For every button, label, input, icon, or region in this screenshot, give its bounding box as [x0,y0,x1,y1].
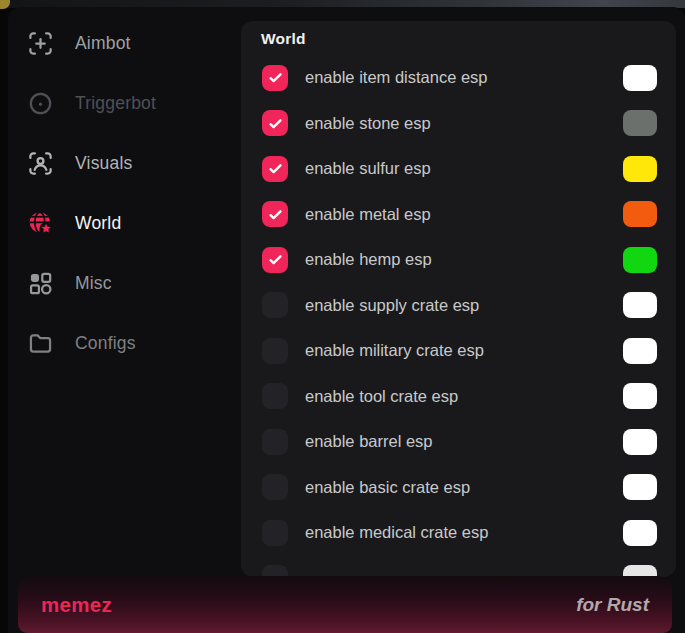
aimbot-scan-icon [27,30,54,57]
table-row: enable sulfur esp [241,146,676,192]
color-swatch[interactable] [623,474,657,500]
checkbox[interactable] [262,383,288,409]
setting-label: enable supply crate esp [305,296,623,315]
settings-list: enable item distance espenable stone esp… [241,55,676,577]
visuals-user-scan-icon [27,150,54,177]
color-swatch[interactable] [623,429,657,455]
sidebar-item-label: Misc [75,273,112,294]
check-icon [267,251,284,268]
color-swatch[interactable] [623,201,657,227]
color-swatch[interactable] [623,383,657,409]
configs-folder-icon [27,330,54,357]
check-icon [267,69,284,86]
table-row: enable barrel esp [241,419,676,465]
color-swatch[interactable] [623,520,657,546]
table-row: enable medical crate esp [241,510,676,556]
checkbox[interactable] [262,520,288,546]
panel-title: World [261,30,306,48]
table-row: enable military crate esp [241,328,676,374]
sidebar-item-label: Visuals [75,153,133,174]
check-icon [267,206,284,223]
world-settings-panel: World enable item distance espenable sto… [241,21,676,577]
setting-label: enable sulfur esp [305,159,623,178]
sidebar-nav: AimbotTriggerbotVisualsWorldMiscConfigs [8,13,233,373]
sidebar-item-visuals[interactable]: Visuals [8,133,233,193]
checkbox[interactable] [262,292,288,318]
sidebar-item-triggerbot[interactable]: Triggerbot [8,73,233,133]
setting-label: enable barrel esp [305,432,623,451]
misc-grid-icon [27,270,54,297]
table-row: enable hemp esp [241,237,676,283]
sidebar-item-label: Configs [75,333,136,354]
color-swatch[interactable] [623,338,657,364]
footer-bar: memez for Rust [18,576,672,633]
screen: AimbotTriggerbotVisualsWorldMiscConfigs … [0,0,685,633]
color-swatch[interactable] [623,292,657,318]
checkbox[interactable] [262,201,288,227]
sidebar-item-label: World [75,213,121,234]
setting-label: enable metal esp [305,205,623,224]
setting-label: enable item distance esp [305,68,623,87]
cheat-menu-window: AimbotTriggerbotVisualsWorldMiscConfigs … [8,7,685,633]
sidebar-item-label: Triggerbot [75,93,156,114]
table-row: enable item distance esp [241,55,676,101]
color-swatch[interactable] [623,156,657,182]
setting-label: enable stone esp [305,114,623,133]
table-row: enable basic crate esp [241,465,676,511]
sidebar-item-world[interactable]: World [8,193,233,253]
checkbox[interactable] [262,247,288,273]
checkbox[interactable] [262,429,288,455]
setting-label: enable medical crate esp [305,523,623,542]
color-swatch[interactable] [623,110,657,136]
checkbox[interactable] [262,156,288,182]
table-row: enable stone esp [241,101,676,147]
check-icon [267,160,284,177]
brand-label: memez [41,593,112,617]
table-row: enable metal esp [241,192,676,238]
setting-label: enable basic crate esp [305,478,623,497]
sidebar-item-label: Aimbot [75,33,131,54]
check-icon [267,115,284,132]
checkbox[interactable] [262,474,288,500]
setting-label: enable military crate esp [305,341,623,360]
triggerbot-circle-icon [27,90,54,117]
setting-label: enable hemp esp [305,250,623,269]
sidebar-item-aimbot[interactable]: Aimbot [8,13,233,73]
table-row: enable tool crate esp [241,374,676,420]
checkbox[interactable] [262,338,288,364]
table-row: enable supply crate esp [241,283,676,329]
setting-label: enable tool crate esp [305,387,623,406]
checkbox[interactable] [262,65,288,91]
table-row-partial [241,556,676,578]
tagline-label: for Rust [576,594,649,616]
sidebar-item-misc[interactable]: Misc [8,253,233,313]
color-swatch[interactable] [623,65,657,91]
color-swatch[interactable] [623,247,657,273]
world-globe-icon [27,210,54,237]
sidebar-item-configs[interactable]: Configs [8,313,233,373]
checkbox[interactable] [262,110,288,136]
